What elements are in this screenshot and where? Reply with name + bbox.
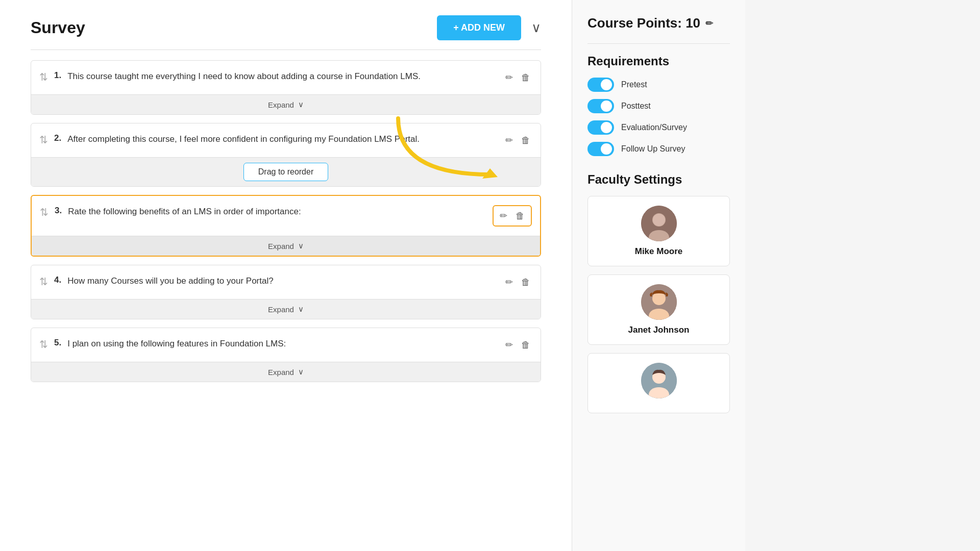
expand-chevron-icon-5: ∨ [298,367,304,377]
question-number-2: 2. [54,133,61,143]
edit-button-2[interactable]: ✏ [503,133,515,148]
mike-name: Mike Moore [635,246,683,257]
item-actions-2: ✏ 🗑 [503,133,532,148]
drag-handle-icon-5[interactable]: ⇅ [39,338,48,350]
drag-handle-icon-2[interactable]: ⇅ [39,134,48,146]
delete-button-1[interactable]: 🗑 [519,70,532,85]
requirements-title: Requirements [587,54,730,68]
drag-reorder-footer[interactable]: Drag to reorder [31,157,541,186]
delete-button-3[interactable]: 🗑 [513,209,527,223]
requirement-posttest: Posttest [587,99,730,113]
toggle-posttest[interactable] [587,99,614,113]
avatar-third [641,363,677,398]
third-avatar-svg [641,363,677,398]
edit-course-points-icon[interactable]: ✏ [705,18,713,29]
evaluation-label: Evaluation/Survey [621,123,687,132]
question-text-5: I plan on using the following features i… [67,337,491,350]
question-text-1: This course taught me everything I need … [67,70,491,83]
posttest-label: Posttest [621,102,651,111]
survey-title: Survey [31,18,85,37]
survey-item-5-header: ⇅ 5. I plan on using the following featu… [31,328,541,362]
question-number-1: 1. [54,70,61,81]
question-number-5: 5. [54,338,61,348]
expand-footer-1[interactable]: Expand ∨ [31,94,541,114]
expand-chevron-icon-1: ∨ [298,100,304,109]
survey-item-1: ⇅ 1. This course taught me everything I … [31,60,541,115]
followup-label: Follow Up Survey [621,144,685,154]
question-text-2: After completing this course, I feel mor… [67,133,491,146]
toggle-pretest[interactable] [587,78,614,92]
survey-item-4-header: ⇅ 4. How many Courses will you be adding… [31,265,541,299]
divider-1 [587,43,730,44]
delete-button-5[interactable]: 🗑 [519,338,532,353]
question-text-4: How many Courses will you be adding to y… [67,274,491,288]
faculty-card-mike: Mike Moore [587,196,730,266]
survey-item-4: ⇅ 4. How many Courses will you be adding… [31,265,541,319]
add-new-button[interactable]: + ADD NEW [437,15,521,40]
sidebar: Course Points: 10 ✏ Requirements Pretest… [572,0,745,551]
item-actions-5: ✏ 🗑 [503,337,532,353]
janet-name: Janet Johnson [628,325,690,335]
requirement-evaluation: Evaluation/Survey [587,120,730,135]
avatar-mike [641,206,677,241]
question-number-4: 4. [54,275,61,285]
drag-reorder-label: Drag to reorder [243,163,329,181]
course-points: Course Points: 10 ✏ [587,15,730,31]
edit-button-5[interactable]: ✏ [503,337,515,353]
requirement-pretest: Pretest [587,78,730,92]
survey-item-2-header: ⇅ 2. After completing this course, I fee… [31,123,541,157]
question-text-3: Rate the following benefits of an LMS in… [68,205,480,218]
drag-handle-icon[interactable]: ⇅ [39,71,48,83]
collapse-chevron-icon[interactable]: ∨ [531,20,541,36]
expand-chevron-icon-3: ∨ [298,241,304,251]
mike-avatar-svg [641,206,677,241]
survey-item-2: ⇅ 2. After completing this course, I fee… [31,123,541,187]
survey-item-5: ⇅ 5. I plan on using the following featu… [31,328,541,382]
question-number-3: 3. [55,206,62,216]
expand-footer-4[interactable]: Expand ∨ [31,299,541,319]
requirement-followup: Follow Up Survey [587,142,730,156]
toggle-evaluation[interactable] [587,120,614,135]
faculty-card-janet: Janet Johnson [587,274,730,345]
expand-footer-5[interactable]: Expand ∨ [31,362,541,382]
header-right: + ADD NEW ∨ [437,15,541,40]
edit-button-4[interactable]: ✏ [503,274,515,290]
app-layout: Survey + ADD NEW ∨ ⇅ 1. This course taug… [0,0,980,551]
requirements-section: Requirements Pretest Posttest [587,54,730,156]
edit-button-3[interactable]: ✏ [498,208,509,223]
item-actions-4: ✏ 🗑 [503,274,532,290]
survey-item-1-header: ⇅ 1. This course taught me everything I … [31,61,541,94]
survey-header: Survey + ADD NEW ∨ [31,15,541,50]
survey-item-3: ⇅ 3. Rate the following benefits of an L… [31,195,541,257]
toggle-followup[interactable] [587,142,614,156]
survey-item-3-header: ⇅ 3. Rate the following benefits of an L… [32,196,540,236]
drag-handle-icon-4[interactable]: ⇅ [39,276,48,288]
main-content: Survey + ADD NEW ∨ ⇅ 1. This course taug… [0,0,572,551]
delete-button-2[interactable]: 🗑 [519,133,532,148]
item-actions-1: ✏ 🗑 [503,70,532,85]
faculty-card-third [587,353,730,413]
svg-point-4 [653,214,665,226]
avatar-janet [641,284,677,320]
expand-footer-3[interactable]: Expand ∨ [32,236,540,256]
edit-button-1[interactable]: ✏ [503,70,515,85]
expand-chevron-icon-4: ∨ [298,305,304,314]
delete-button-4[interactable]: 🗑 [519,275,532,290]
faculty-title: Faculty Settings [587,172,730,187]
drag-handle-icon-3[interactable]: ⇅ [40,206,48,218]
janet-avatar-svg [641,284,677,320]
faculty-settings: Faculty Settings Mike Moore [587,172,730,413]
item-actions-3: ✏ 🗑 [493,205,532,227]
pretest-label: Pretest [621,80,647,89]
